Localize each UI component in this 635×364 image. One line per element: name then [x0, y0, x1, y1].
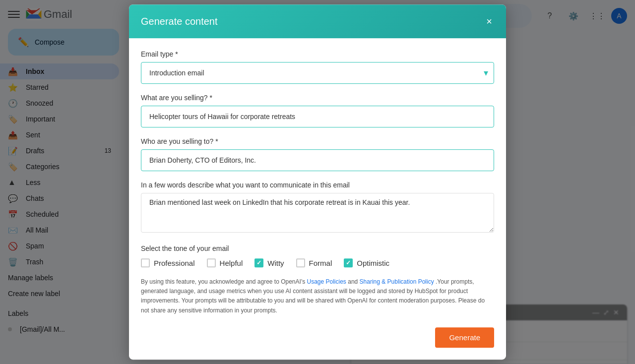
- sharing-link[interactable]: Sharing & Publication Policy: [360, 278, 434, 285]
- helpful-label: Helpful: [220, 259, 243, 267]
- optimistic-checkbox[interactable]: [344, 258, 353, 267]
- helpful-checkbox[interactable]: [207, 258, 216, 267]
- modal-footer: Generate: [129, 327, 506, 360]
- tone-professional[interactable]: Professional: [141, 258, 195, 267]
- selling-group: What are you selling? *: [141, 94, 494, 127]
- modal-close-button[interactable]: ×: [484, 14, 494, 28]
- disclaimer-text: By using this feature, you acknowledge a…: [141, 277, 494, 315]
- tone-helpful[interactable]: Helpful: [207, 258, 243, 267]
- witty-label: Witty: [267, 259, 284, 267]
- generate-content-modal: Generate content × Email type * Introduc…: [129, 4, 506, 360]
- email-type-select[interactable]: Introduction email Follow-up email Cold …: [141, 62, 494, 84]
- modal-title: Generate content: [141, 16, 218, 27]
- selling-to-input[interactable]: [141, 149, 494, 171]
- usage-policies-link[interactable]: Usage Policies: [307, 278, 346, 285]
- optimistic-label: Optimistic: [357, 259, 389, 267]
- witty-checkbox[interactable]: [254, 258, 263, 267]
- selling-to-group: Who are you selling to? *: [141, 137, 494, 171]
- selling-input[interactable]: [141, 106, 494, 127]
- tone-section: Select the tone of your email Profession…: [141, 244, 494, 267]
- generate-button[interactable]: Generate: [435, 327, 494, 348]
- selling-to-label: Who are you selling to? *: [141, 137, 494, 145]
- disclaimer-prefix: By using this feature, you acknowledge a…: [141, 278, 307, 285]
- communicate-textarea[interactable]: [141, 193, 494, 233]
- email-type-label: Email type *: [141, 50, 494, 58]
- professional-checkbox[interactable]: [141, 258, 150, 267]
- selling-label: What are you selling? *: [141, 94, 494, 102]
- formal-label: Formal: [309, 259, 332, 267]
- modal-header: Generate content ×: [129, 4, 506, 38]
- disclaimer-and: and: [346, 278, 360, 285]
- tone-formal[interactable]: Formal: [296, 258, 332, 267]
- professional-label: Professional: [154, 259, 195, 267]
- communicate-label: In a few words describe what you want to…: [141, 181, 494, 189]
- tone-optimistic[interactable]: Optimistic: [344, 258, 389, 267]
- tone-witty[interactable]: Witty: [254, 258, 284, 267]
- tone-label: Select the tone of your email: [141, 244, 494, 252]
- formal-checkbox[interactable]: [296, 258, 305, 267]
- modal-body: Email type * Introduction email Follow-u…: [129, 38, 506, 327]
- communicate-group: In a few words describe what you want to…: [141, 181, 494, 235]
- email-type-select-wrapper: Introduction email Follow-up email Cold …: [141, 62, 494, 84]
- tone-options: Professional Helpful Witty Formal Optimi…: [141, 258, 494, 267]
- email-type-group: Email type * Introduction email Follow-u…: [141, 50, 494, 84]
